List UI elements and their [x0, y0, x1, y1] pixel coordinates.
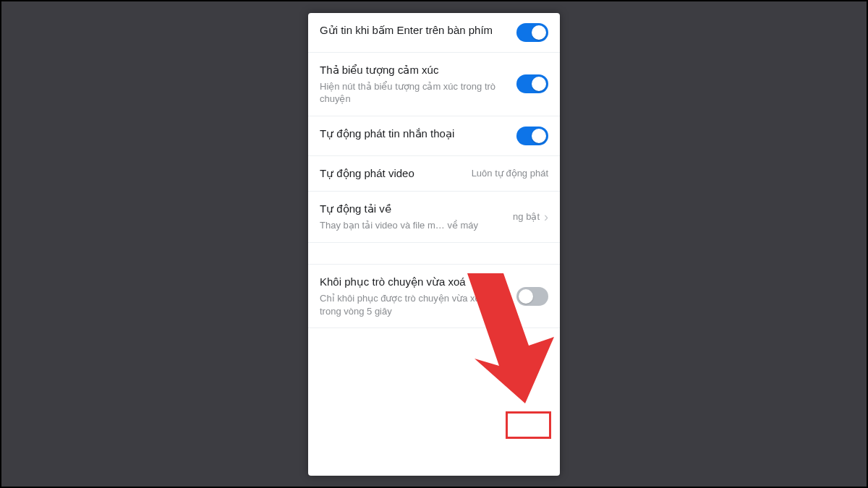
setting-row-auto-download[interactable]: Tự động tải về Thay bạn tải video và fil… — [308, 192, 560, 243]
setting-row-emoji[interactable]: Thả biểu tượng cảm xúc Hiện nút thả biểu… — [308, 53, 560, 116]
row-title: Tự động tải về — [320, 202, 506, 216]
row-value: ng bật — [513, 211, 540, 222]
row-subtitle: Hiện nút thả biểu tượng cảm xúc trong tr… — [320, 80, 509, 106]
row-subtitle: Chỉ khôi phục được trò chuyện vừa xóa tr… — [320, 292, 509, 317]
row-control — [516, 127, 548, 145]
annotation-highlight-box — [506, 411, 551, 439]
row-title: Gửi tin khi bấm Enter trên bàn phím — [320, 23, 509, 38]
toggle-restore-chat[interactable] — [516, 287, 548, 306]
toggle-autoplay-voice[interactable] — [516, 127, 548, 145]
row-text-block: Tự động phát tin nhắn thoại — [320, 127, 509, 141]
row-control — [516, 287, 548, 306]
row-title: Tự động phát video — [320, 166, 464, 181]
setting-row-autoplay-voice[interactable]: Tự động phát tin nhắn thoại — [308, 116, 560, 156]
row-subtitle: Thay bạn tải video và file m… về máy — [320, 219, 506, 232]
spacer — [308, 243, 560, 265]
settings-panel: Gửi tin khi bấm Enter trên bàn phím Thả … — [308, 13, 560, 476]
row-text-block: Tự động tải về Thay bạn tải video và fil… — [320, 202, 506, 232]
row-title: Tự động phát tin nhắn thoại — [320, 127, 509, 141]
row-value: Luôn tự động phát — [472, 168, 548, 179]
row-text-block: Gửi tin khi bấm Enter trên bàn phím — [320, 23, 509, 38]
row-text-block: Tự động phát video — [320, 166, 464, 181]
setting-row-restore-chat[interactable]: Khôi phục trò chuyện vừa xoá Chỉ khôi ph… — [308, 265, 560, 328]
row-control: ng bật › — [513, 210, 548, 223]
toggle-enter-send[interactable] — [516, 23, 548, 42]
row-control: Luôn tự động phát — [472, 168, 548, 179]
setting-row-autoplay-video[interactable]: Tự động phát video Luôn tự động phát — [308, 156, 560, 192]
setting-row-enter-send[interactable]: Gửi tin khi bấm Enter trên bàn phím — [308, 13, 560, 53]
row-text-block: Khôi phục trò chuyện vừa xoá Chỉ khôi ph… — [320, 275, 509, 317]
toggle-emoji[interactable] — [516, 74, 548, 93]
row-text-block: Thả biểu tượng cảm xúc Hiện nút thả biểu… — [320, 63, 509, 106]
row-control — [516, 74, 548, 93]
row-title: Khôi phục trò chuyện vừa xoá — [320, 275, 509, 289]
row-title: Thả biểu tượng cảm xúc — [320, 63, 509, 77]
chevron-right-icon: › — [544, 210, 548, 223]
row-control — [516, 23, 548, 42]
